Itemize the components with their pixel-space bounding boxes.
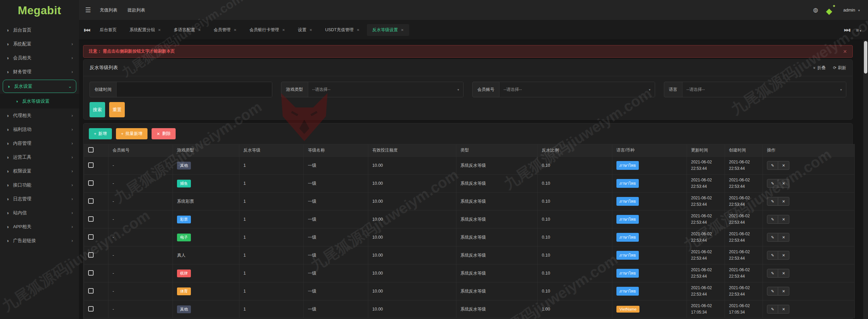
alert-text: 注意： 需点击右侧刷新按钮文字才能刷新本页 — [89, 48, 175, 54]
row-checkbox[interactable] — [88, 234, 94, 240]
tab-close-icon[interactable]: ✕ — [198, 28, 201, 32]
sidebar-subitem[interactable]: ◑反水等级设置 — [0, 94, 79, 108]
delete-button[interactable]: ✕删除 — [152, 128, 176, 139]
search-button[interactable]: 搜索 — [90, 102, 105, 117]
edit-button[interactable]: ✎ — [767, 305, 778, 314]
topbar-menu-item[interactable]: 充值列表 — [100, 7, 117, 13]
game-type-cell: 棋牌 — [173, 264, 239, 282]
alert-close-icon[interactable]: ✕ — [843, 49, 847, 54]
tab-close-icon[interactable]: ✕ — [310, 28, 312, 32]
delete-row-button[interactable]: ✕ — [778, 287, 789, 296]
filter-select[interactable]: --请选择--▾ — [308, 82, 463, 97]
tabs-scroll-right-icon[interactable]: ▶▶▮ — [844, 28, 850, 32]
action-button-group: ✎✕ — [767, 197, 789, 206]
edit-button[interactable]: ✎ — [767, 215, 778, 224]
menu-circle-icon: ◑ — [6, 155, 9, 160]
filter-select[interactable]: --请选择--▾ — [682, 82, 846, 97]
tab-系统配置分组[interactable]: 系统配置分组✕ — [124, 24, 166, 36]
valid-bet-cell: 10.00 — [368, 157, 456, 175]
sidebar-item[interactable]: ◑代理相关› — [0, 108, 79, 122]
filter-select[interactable]: --请选择--▾ — [499, 82, 655, 97]
tab-USDT充值管理[interactable]: USDT充值管理✕ — [320, 24, 365, 36]
row-checkbox[interactable] — [88, 306, 94, 312]
avatar[interactable]: ✦ ◆ — [825, 5, 836, 15]
delete-row-button[interactable]: ✕ — [778, 161, 789, 170]
tab-会员管理[interactable]: 会员管理✕ — [208, 24, 242, 36]
user-dropdown[interactable]: admin ▾ — [843, 7, 860, 13]
edit-button[interactable]: ✎ — [767, 251, 778, 260]
edit-button[interactable]: ✎ — [767, 233, 778, 242]
tab-反水等级设置[interactable]: 反水等级设置✕ — [367, 24, 409, 36]
vertical-scrollbar[interactable] — [863, 40, 868, 319]
tab-多语言配置[interactable]: 多语言配置✕ — [168, 24, 206, 36]
menu-label: 代理相关 — [13, 113, 31, 119]
row-checkbox[interactable] — [88, 252, 94, 258]
edit-button[interactable]: ✎ — [767, 161, 778, 170]
refresh-button[interactable]: ⟳刷新 — [833, 65, 846, 71]
menu-circle-icon: ◑ — [6, 238, 9, 243]
delete-row-button[interactable]: ✕ — [778, 215, 789, 224]
sidebar-item[interactable]: ◑财务管理› — [0, 65, 79, 79]
content: 注意： 需点击右侧刷新按钮文字才能刷新本页 ✕ 反水等级列表 »折叠 ⟳刷新 创… — [79, 40, 868, 319]
row-checkbox[interactable] — [88, 180, 94, 186]
delete-row-button[interactable]: ✕ — [778, 305, 789, 314]
row-checkbox[interactable] — [88, 162, 94, 168]
sidebar-item[interactable]: ◑系统配置› — [0, 37, 79, 51]
delete-row-button[interactable]: ✕ — [778, 179, 789, 188]
game-type-cell: 其他 — [173, 300, 239, 318]
edit-button[interactable]: ✎ — [767, 179, 778, 188]
tabs-scroll-left-icon[interactable]: ▮◀◀ — [79, 28, 94, 32]
edit-button[interactable]: ✎ — [767, 197, 778, 206]
sidebar-item[interactable]: ◑后台首页 — [0, 23, 79, 37]
sidebar-item[interactable]: ◑接口功能› — [0, 178, 79, 192]
tab-后台首页[interactable]: 后台首页 — [94, 24, 122, 36]
created-cell: 2021-06-02 22:53:44 — [725, 246, 763, 264]
sidebar-item[interactable]: ◑APP相关› — [0, 220, 79, 234]
brand-logo: Megabit — [0, 0, 79, 21]
tab-close-icon[interactable]: ✕ — [282, 28, 285, 32]
delete-row-button[interactable]: ✕ — [778, 233, 789, 242]
tab-close-icon[interactable]: ✕ — [234, 28, 236, 32]
tab-close-icon[interactable]: ✕ — [401, 28, 403, 32]
reset-button[interactable]: 重置 — [109, 102, 125, 117]
hamburger-icon[interactable]: ☰ — [85, 6, 91, 14]
tab-会员银行卡管理[interactable]: 会员银行卡管理✕ — [244, 24, 291, 36]
row-checkbox[interactable] — [88, 270, 94, 276]
sidebar-item[interactable]: ◑反水设置⌄ — [3, 80, 76, 93]
tab-设置[interactable]: 设置✕ — [293, 24, 318, 36]
edit-button[interactable]: ✎ — [767, 287, 778, 296]
type-cell: 系统反水等级 — [456, 157, 538, 175]
sidebar-item[interactable]: ◑内容管理› — [0, 136, 79, 150]
valid-bet-cell: 10.00 — [368, 300, 456, 318]
row-checkbox[interactable] — [88, 288, 94, 294]
tabs-menu-icon[interactable]: ≡▾ — [856, 27, 861, 33]
collapse-button[interactable]: »折叠 — [813, 65, 826, 71]
scrollbar-thumb[interactable] — [864, 41, 867, 74]
filter-input[interactable] — [116, 82, 272, 97]
sidebar-item[interactable]: ◑站内信› — [0, 206, 79, 220]
row-checkbox[interactable] — [88, 198, 94, 204]
edit-button[interactable]: ✎ — [767, 269, 778, 278]
delete-row-button[interactable]: ✕ — [778, 251, 789, 260]
tab-close-icon[interactable]: ✕ — [158, 28, 161, 32]
batch-add-button[interactable]: +批量新增 — [116, 128, 147, 139]
sidebar-item[interactable]: ◑广告超链接› — [0, 234, 79, 247]
tab-close-icon[interactable]: ✕ — [357, 28, 359, 32]
add-button[interactable]: +新增 — [89, 128, 112, 139]
account-cell: - — [108, 228, 173, 246]
menu-circle-icon: ◑ — [6, 211, 9, 215]
menu-circle-icon: ◑ — [6, 141, 9, 146]
menu-label: 接口功能 — [13, 182, 31, 188]
delete-row-button[interactable]: ✕ — [778, 197, 789, 206]
sidebar-item[interactable]: ◑运营工具› — [0, 150, 79, 164]
sidebar-item[interactable]: ◑会员相关› — [0, 51, 79, 65]
sidebar-item[interactable]: ◑日志管理› — [0, 192, 79, 206]
delete-row-button[interactable]: ✕ — [778, 269, 789, 278]
sidebar-item[interactable]: ◑权限设置› — [0, 164, 79, 178]
row-checkbox[interactable] — [88, 216, 94, 222]
actions-cell: ✎✕ — [763, 246, 855, 264]
theme-palette-icon[interactable]: ◍ — [813, 6, 818, 14]
sidebar-item[interactable]: ◑福利活动› — [0, 122, 79, 136]
topbar-menu-item[interactable]: 提款列表 — [127, 7, 145, 13]
select-all-checkbox[interactable] — [88, 147, 94, 153]
